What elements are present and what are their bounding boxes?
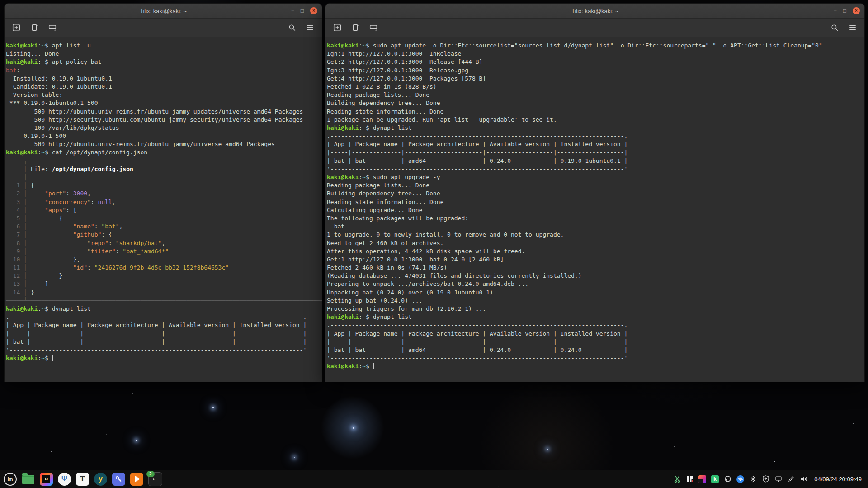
k-letter-icon[interactable]: k <box>711 475 719 483</box>
split-right-icon[interactable] <box>30 23 39 32</box>
gradient-cube-icon[interactable] <box>698 475 706 483</box>
terminal-line: Installed: 0.19.0-1ubuntu0.1 <box>6 75 322 83</box>
terminal-line: |-----|--------------|------------------… <box>327 148 864 156</box>
terminal-line: Preparing to unpack .../archives/bat_0.2… <box>327 280 864 288</box>
tilix-taskbar-icon[interactable]: >_ 2 <box>148 472 162 486</box>
slingshot-glyph: y <box>99 475 103 483</box>
terminal-line: (Reading database ... 474031 files and d… <box>327 272 864 280</box>
terminal-output-left[interactable]: kaki@kaki:~$ apt list -uListing... Donek… <box>5 37 322 382</box>
bluetooth-icon[interactable] <box>749 475 757 483</box>
tilix-window-left: Tilix: kaki@kaki: ~ − □ × kaki@kaki:~$ a… <box>5 4 322 382</box>
terminal-line: ─────┬──────────────────────────────────… <box>6 157 322 165</box>
terminal-line: Candidate: 0.19.0-1ubuntu0.1 <box>6 83 322 91</box>
terminal-line: 0.19.0-1 500 <box>6 132 322 140</box>
terminal-line: | App | Package name | Package architect… <box>327 140 864 148</box>
terminal-line: Fetched 1 022 B in 1s (828 B/s) <box>327 83 864 91</box>
terminal-line: bat: <box>6 66 322 75</box>
sync-icon[interactable] <box>736 475 744 483</box>
terminal-line: | bat | bat | amd64 | 0.24.0 | 0.24.0 | <box>327 346 864 354</box>
new-session-icon[interactable] <box>333 23 342 32</box>
volume-icon[interactable] <box>800 475 807 483</box>
terminal-line: *** 0.19.0-1ubuntu0.1 500 <box>6 99 322 107</box>
terminal-line: kaki@kaki:~$ apt list -u <box>6 42 322 50</box>
terminal-line: 5 │ { <box>6 214 322 223</box>
terminal-line: Get:2 http://127.0.0.1:3000 Release [444… <box>327 58 864 66</box>
scissors-icon[interactable] <box>673 475 681 483</box>
close-button[interactable]: × <box>310 7 317 14</box>
intellij-idea-icon[interactable]: IJ <box>40 473 53 486</box>
split-down-icon[interactable] <box>369 23 378 32</box>
terminal-line: 6 │ "name": "bat", <box>6 223 322 231</box>
terminal-line: │ File: /opt/dynapt/config.json <box>6 165 322 173</box>
mint-logo-text: lm <box>8 477 13 482</box>
slingshot-app-icon[interactable]: y <box>94 473 107 486</box>
terminal-line: Reading package lists... Done <box>327 181 864 190</box>
maximize-button[interactable]: □ <box>301 8 304 14</box>
password-key-app-icon[interactable] <box>112 473 125 486</box>
toolbar-right <box>326 19 864 37</box>
window-title: Tilix: kaki@kaki: ~ <box>571 8 618 14</box>
folder-icon <box>22 475 34 484</box>
terminal-line: kaki@kaki:~$ dynapt list <box>327 124 864 132</box>
new-session-icon[interactable] <box>12 23 21 32</box>
maximize-button[interactable]: □ <box>843 8 846 14</box>
terminal-line: |-----|--------------|------------------… <box>327 338 864 346</box>
desktop-root: { "windows": { "left": { "title": "Tilix… <box>0 0 868 488</box>
terminal-line: | bat | bat | amd64 | 0.24.0 | 0.19.0-1u… <box>327 157 864 165</box>
terminal-line: 7 │ "github": { <box>6 231 322 239</box>
terminal-line: kaki@kaki:~$ sudo apt update -o Dir::Etc… <box>327 42 864 50</box>
clock[interactable]: 04/09/24 20:09:49 <box>814 476 862 483</box>
terminal-line: Reading package lists... Done <box>327 91 864 99</box>
terminal-line: Processing triggers for man-db (2.10.2-1… <box>327 305 864 313</box>
close-button[interactable]: × <box>853 7 860 14</box>
media-play-app-icon[interactable] <box>130 473 143 486</box>
shield-icon[interactable] <box>762 475 769 483</box>
terminal-line: Ign:1 http://127.0.0.1:3000 InRelease <box>327 50 864 58</box>
terminal-line: ─────┼──────────────────────────────────… <box>6 173 322 181</box>
tilix-window-right: Tilix: kaki@kaki: ~ − □ × kaki@kaki:~$ s… <box>326 4 864 382</box>
swirl-icon[interactable] <box>724 475 731 483</box>
text-editor-glyph: T <box>80 474 85 483</box>
network-icon[interactable] <box>774 475 782 483</box>
terminal-line: kaki@kaki:~$ sudo apt upgrade -y <box>327 173 864 181</box>
window-title: Tilix: kaki@kaki: ~ <box>140 8 187 14</box>
terminal-line: Need to get 2 460 kB of archives. <box>327 239 864 247</box>
window-count-badge: 2 <box>146 471 155 477</box>
terminal-line: 2 │ "port": 3000, <box>6 190 322 198</box>
terminal-line: .---------------------------------------… <box>327 321 864 329</box>
text-editor-icon[interactable]: T <box>76 473 89 486</box>
minimize-button[interactable]: − <box>291 8 294 14</box>
menu-icon[interactable] <box>848 23 857 32</box>
terminal-output-right[interactable]: kaki@kaki:~$ sudo apt update -o Dir::Etc… <box>326 37 864 382</box>
terminal-line: .---------------------------------------… <box>6 313 322 321</box>
terminal-line: bat <box>327 223 864 231</box>
titlebar-left[interactable]: Tilix: kaki@kaki: ~ − □ × <box>5 4 322 19</box>
titlebar-right[interactable]: Tilix: kaki@kaki: ~ − □ × <box>326 4 864 19</box>
file-manager-icon[interactable] <box>22 473 35 486</box>
toolbar-left <box>5 19 322 37</box>
terminal-line: kaki@kaki:~$ <box>6 354 322 362</box>
terminal-line: Fetched 2 460 kB in 0s (74,1 MB/s) <box>327 264 864 272</box>
terminal-line: kaki@kaki:~$ apt policy bat <box>6 58 322 66</box>
terminal-line: Get:4 http://127.0.0.1:3000 Packages [57… <box>327 75 864 83</box>
taskbar-tray: k 04/09/24 20:09:49 <box>673 475 864 483</box>
search-icon[interactable] <box>830 23 839 32</box>
terminal-line: 8 │ "repo": "sharkdp/bat", <box>6 239 322 247</box>
blocks-icon[interactable] <box>686 475 693 483</box>
terminal-line: Reading state information... Done <box>327 108 864 116</box>
terminal-line: 14 │ } <box>6 289 322 297</box>
minimize-button[interactable]: − <box>834 8 837 14</box>
coral-app-icon[interactable]: Ψ <box>58 473 71 486</box>
terminal-line: Building dependency tree... Done <box>327 99 864 107</box>
terminal-line: Setting up bat (0.24.0) ... <box>327 297 864 305</box>
pen-icon[interactable] <box>787 475 795 483</box>
search-icon[interactable] <box>288 23 297 32</box>
split-down-icon[interactable] <box>48 23 57 32</box>
terminal-line: .---------------------------------------… <box>327 132 864 140</box>
split-right-icon[interactable] <box>351 23 360 32</box>
menu-icon[interactable] <box>306 23 315 32</box>
terminal-line: Listing... Done <box>6 50 322 58</box>
mint-menu-icon[interactable]: lm <box>4 473 17 486</box>
terminal-line: 4 │ "apps": [ <box>6 206 322 214</box>
terminal-line: '---------------------------------------… <box>6 346 322 354</box>
